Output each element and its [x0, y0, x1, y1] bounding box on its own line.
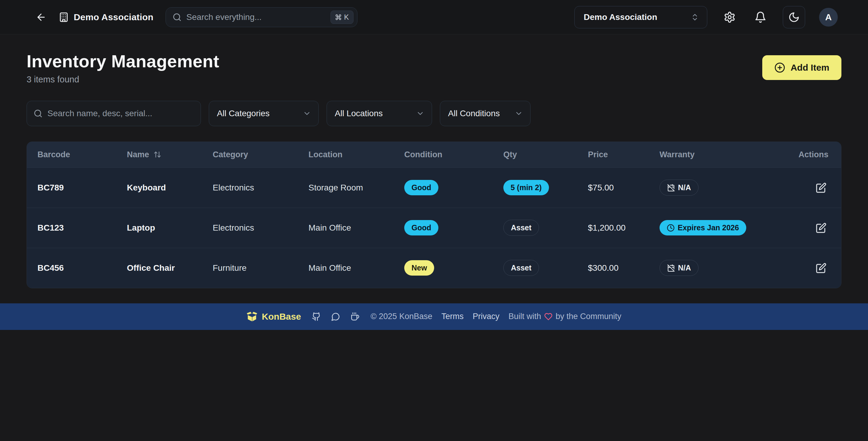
warranty-label: Expires Jan 2026	[678, 224, 739, 232]
chat-link[interactable]	[331, 312, 340, 321]
price-cell: $75.00	[588, 183, 659, 193]
add-item-button[interactable]: Add Item	[762, 55, 841, 80]
notifications-button[interactable]	[752, 9, 769, 26]
command-icon	[335, 14, 342, 21]
condition-badge: Good	[404, 180, 438, 195]
chevrons-up-down-icon	[691, 13, 699, 22]
qty-cell: 5 (min 2)	[503, 180, 588, 195]
table-body: BC789 Keyboard Electronics Storage Room …	[27, 168, 841, 288]
coffee-icon	[350, 312, 360, 321]
column-header-name-label: Name	[127, 150, 149, 159]
built-with-suffix: by the Community	[556, 312, 621, 321]
barcode-cell: BC123	[37, 223, 127, 233]
settings-button[interactable]	[721, 9, 738, 26]
global-search-input[interactable]	[186, 12, 326, 22]
add-item-label: Add Item	[790, 63, 829, 73]
edit-icon	[816, 182, 827, 193]
category-filter-select[interactable]: All Categories	[209, 101, 319, 126]
back-button[interactable]	[36, 12, 46, 23]
items-found-count: 3 items found	[27, 74, 219, 84]
page-title: Inventory Management	[27, 51, 219, 72]
main-content: Inventory Management 3 items found Add I…	[0, 34, 868, 288]
footer-brand-name: KonBase	[261, 311, 301, 322]
table-header-row: Barcode Name Category Location Condition…	[27, 142, 841, 168]
warranty-label: N/A	[678, 264, 691, 272]
table-row: BC456 Office Chair Furniture Main Office…	[27, 248, 841, 288]
qty-badge: 5 (min 2)	[503, 180, 549, 195]
column-header-qty: Qty	[503, 150, 588, 159]
filters-bar: All Categories All Locations All Conditi…	[27, 101, 841, 126]
chevron-down-icon	[515, 109, 523, 118]
category-filter-value: All Categories	[217, 109, 270, 118]
location-filter-value: All Locations	[335, 109, 383, 118]
table-row: BC123 Laptop Electronics Main Office Goo…	[27, 208, 841, 248]
column-header-price: Price	[588, 150, 659, 159]
price-cell: $1,200.00	[588, 223, 659, 233]
condition-cell: Good	[404, 180, 503, 195]
inventory-search-input[interactable]	[48, 109, 194, 118]
warranty-label: N/A	[678, 183, 691, 192]
moon-icon	[788, 11, 800, 23]
bell-icon	[754, 11, 767, 23]
name-cell: Office Chair	[127, 263, 213, 273]
global-search[interactable]: K	[165, 7, 358, 27]
user-avatar[interactable]: A	[819, 8, 838, 27]
qty-badge: Asset	[503, 260, 539, 276]
org-brand-name: Demo Association	[74, 12, 153, 22]
terms-link[interactable]: Terms	[441, 312, 464, 321]
gear-icon	[723, 11, 736, 23]
calendar-off-icon	[667, 184, 675, 192]
condition-filter-value: All Conditions	[448, 109, 500, 118]
heart-icon	[544, 312, 553, 321]
condition-cell: New	[404, 260, 503, 276]
actions-cell	[786, 180, 829, 195]
shortcut-key: K	[344, 13, 349, 22]
org-brand[interactable]: Demo Association	[59, 12, 153, 22]
footer-brand[interactable]: KonBase	[247, 311, 301, 322]
warranty-badge: Expires Jan 2026	[659, 220, 746, 235]
search-icon	[34, 109, 42, 118]
inventory-table: Barcode Name Category Location Condition…	[27, 142, 841, 288]
price-cell: $300.00	[588, 263, 659, 273]
avatar-initial: A	[825, 12, 832, 22]
category-cell: Electronics	[213, 223, 308, 233]
name-cell: Laptop	[127, 223, 213, 233]
column-header-location: Location	[308, 150, 404, 159]
footer-icon-links	[312, 312, 360, 321]
column-header-name[interactable]: Name	[127, 150, 213, 159]
condition-filter-select[interactable]: All Conditions	[440, 101, 530, 126]
actions-cell	[786, 220, 829, 235]
warranty-badge: N/A	[659, 260, 699, 276]
theme-toggle-button[interactable]	[783, 6, 805, 28]
plus-circle-icon	[774, 62, 785, 73]
barcode-cell: BC456	[37, 263, 127, 273]
qty-cell: Asset	[503, 220, 588, 236]
org-switcher-value: Demo Association	[584, 12, 657, 22]
clock-icon	[667, 224, 675, 232]
org-switcher-select[interactable]: Demo Association	[574, 6, 707, 28]
edit-item-button[interactable]	[814, 220, 829, 235]
location-filter-select[interactable]: All Locations	[327, 101, 432, 126]
warranty-badge: N/A	[659, 180, 699, 196]
edit-item-button[interactable]	[814, 180, 829, 195]
column-header-barcode: Barcode	[37, 150, 127, 159]
calendar-off-icon	[667, 264, 675, 272]
condition-badge: Good	[404, 220, 438, 235]
built-with-text: Built with by the Community	[508, 312, 621, 321]
message-circle-icon	[331, 312, 340, 321]
warranty-cell: N/A	[659, 180, 786, 196]
chevron-down-icon	[303, 109, 311, 118]
qty-badge: Asset	[503, 220, 539, 236]
inventory-search[interactable]	[27, 101, 201, 126]
barcode-cell: BC789	[37, 183, 127, 193]
privacy-link[interactable]: Privacy	[472, 312, 499, 321]
search-icon	[173, 13, 182, 22]
github-link[interactable]	[312, 312, 321, 321]
chevron-down-icon	[416, 109, 425, 118]
coffee-link[interactable]	[350, 312, 360, 321]
search-shortcut-badge: K	[331, 10, 353, 24]
edit-item-button[interactable]	[814, 261, 829, 275]
column-header-actions: Actions	[786, 150, 829, 159]
warranty-cell: N/A	[659, 260, 786, 276]
name-cell: Keyboard	[127, 183, 213, 193]
